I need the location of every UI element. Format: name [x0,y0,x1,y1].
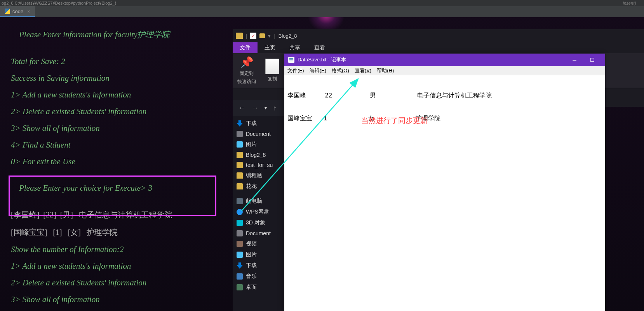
close-icon[interactable]: × [27,9,30,14]
forward-icon[interactable]: → [251,104,258,112]
folder-icon [237,152,243,158]
maximize-icon[interactable]: ☐ [583,54,601,66]
up-icon[interactable]: ↑ [273,104,277,112]
video-icon [237,241,243,247]
picture-icon [237,252,243,258]
ribbon-tab-view[interactable]: 查看 [307,42,332,53]
copy-button[interactable]: 复制 [265,59,279,82]
notepad-icon [288,57,294,63]
pc-icon [237,198,243,204]
sidebar-item-blog[interactable]: Blog2_8 [233,150,285,160]
copy-icon [265,59,279,74]
explorer-title: Blog2_8 [278,33,297,39]
notepad-content[interactable]: 李国峰 22 男 电子信息与计算机工程学院 国峰宝宝 1 女 护理学院 [284,75,605,139]
sidebar-item-music[interactable]: 音乐 [233,271,285,282]
insert-hint: insert() [623,1,644,5]
menu-edit[interactable]: 编辑(E) [310,67,326,74]
pin-icon: 📌 [240,56,254,69]
sidebar-item-video[interactable]: 视频 [233,238,285,249]
checkbox-icon[interactable]: ✓ [250,33,256,39]
back-icon[interactable]: ← [238,104,245,112]
ribbon-tab-file[interactable]: 文件 [233,42,258,53]
sidebar-item-prog[interactable]: 编程题 [233,170,285,181]
sidebar-item-documents[interactable]: Document [233,129,285,139]
music-icon [237,273,243,280]
menu-file[interactable]: 文件(F) [287,67,304,74]
wps-icon [237,209,243,215]
folder-icon [237,172,243,179]
explorer-titlebar[interactable]: | ✓ ▾ | Blog2_8 [233,29,644,42]
folder-icon [237,183,243,189]
sidebar-item-pics2[interactable]: 图片 [233,249,285,260]
explorer-nav: ← → ▾ ↑ [233,100,285,116]
pycharm-tabbar: code × [0,6,644,17]
menu-format[interactable]: 格式(O) [332,67,349,74]
document-icon [237,230,243,236]
menu-view[interactable]: 查看(V) [355,67,371,74]
document-icon [237,131,243,137]
sidebar-item-hua[interactable]: 花花 [233,181,285,192]
folder-icon [236,33,243,39]
sidebar-item-thispc[interactable]: 此电脑 [233,196,285,207]
folder-small-icon [259,33,265,38]
sidebar-item-dl2[interactable]: 下载 [233,260,285,271]
notepad-window: DataSave.txt - 记事本 ─ ☐ 文件(F) 编辑(E) 格式(O)… [284,54,605,311]
notepad-menu: 文件(F) 编辑(E) 格式(O) 查看(V) 帮助(H) [284,66,605,75]
3d-icon [237,220,243,226]
annotation-text: 当然进行了同步更新 [361,116,428,126]
sidebar-item-downloads[interactable]: 下载 [233,118,285,129]
picture-icon [237,141,243,148]
breadcrumb-text: og2_8 C:¥Users¥WGZZS7¥Desktop¥pythonProj… [2,1,116,5]
notepad-titlebar[interactable]: DataSave.txt - 记事本 ─ ☐ [284,54,605,66]
python-icon [5,9,10,14]
sidebar-item-pictures[interactable]: 图片 [233,139,285,150]
pin-button[interactable]: 📌 固定到 快速访问 [237,56,256,85]
notepad-title: DataSave.txt - 记事本 [298,56,346,63]
ribbon-tab-home[interactable]: 主页 [258,42,282,53]
folder-icon [237,162,243,168]
tab-code[interactable]: code × [0,6,35,17]
sidebar-item-wps[interactable]: WPS网盘 [233,207,285,217]
desktop-icon [237,284,243,290]
tab-label: code [12,9,23,14]
menu-help[interactable]: 帮助(H) [377,67,394,74]
ribbon-tab-share[interactable]: 共享 [282,42,307,53]
content-row: 李国峰 22 男 电子信息与计算机工程学院 [287,92,602,100]
explorer-sidebar: 下载 Document 图片 Blog2_8 test_for_su 编程题 花… [233,116,285,311]
sidebar-item-docs2[interactable]: Document [233,228,285,238]
sidebar-item-test[interactable]: test_for_su [233,160,285,170]
dropdown-icon[interactable]: ▾ [265,105,267,111]
download-icon [237,262,243,269]
sidebar-item-3d[interactable]: 3D 对象 [233,217,285,228]
explorer-ribbon: 文件 主页 共享 查看 [233,42,644,53]
download-icon [237,120,243,127]
sidebar-item-desktop[interactable]: 卓面 [233,282,285,293]
content-row: 国峰宝宝 1 女 护理学院 [287,115,602,123]
minimize-icon[interactable]: ─ [566,54,583,66]
pycharm-breadcrumb: og2_8 C:¥Users¥WGZZS7¥Desktop¥pythonProj… [0,0,644,6]
